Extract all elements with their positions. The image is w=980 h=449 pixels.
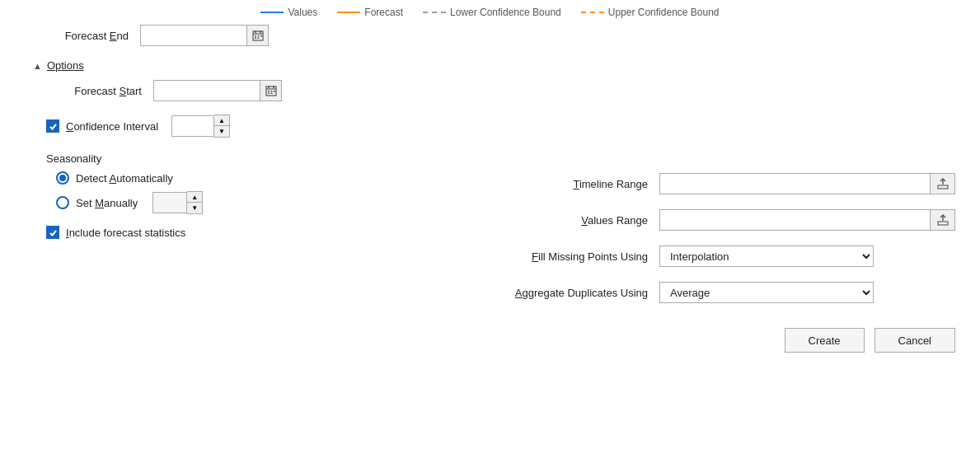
- legend-upper-cb: Upper Confidence Bound: [581, 7, 720, 18]
- values-range-input-wrapper: Sheet1!$B$2:$B$13: [659, 209, 955, 231]
- legend-values: Values: [260, 7, 317, 18]
- timeline-range-upload-button[interactable]: [931, 173, 955, 194]
- svg-rect-6: [260, 35, 262, 37]
- confidence-interval-checkbox[interactable]: [46, 119, 59, 133]
- detect-automatically-label: Detect Automatically: [76, 172, 173, 185]
- fill-missing-label: Fill Missing Points Using: [511, 250, 659, 263]
- timeline-range-input[interactable]: Sheet1!$A$2:$A$13: [659, 173, 931, 194]
- options-title: Options: [47, 59, 84, 72]
- set-manually-label: Set Manually: [76, 197, 138, 209]
- aggregate-duplicates-row: Aggregate Duplicates Using Average Sum C…: [511, 282, 955, 303]
- options-section: ▲ Options Forecast Start 12-01-2022: [33, 59, 445, 239]
- options-body: Forecast Start 12-01-2022: [33, 80, 445, 239]
- forecast-start-input-wrapper: 12-01-2022: [153, 80, 282, 101]
- legend-values-label: Values: [288, 7, 317, 18]
- svg-rect-7: [255, 38, 256, 40]
- confidence-interval-up-button[interactable]: ▲: [214, 115, 229, 126]
- confidence-interval-spinner: 95% ▲ ▼: [171, 115, 230, 138]
- forecast-end-row: Forecast End 15-01-2022: [33, 25, 445, 46]
- timeline-range-row: Timeline Range Sheet1!$A$2:$A$13: [511, 173, 955, 194]
- set-manually-value[interactable]: 0: [152, 192, 187, 213]
- upload-icon: [937, 178, 949, 189]
- seasonality-section: Seasonality Detect Automatically Set Man…: [46, 152, 445, 214]
- forecast-end-input[interactable]: 15-01-2022: [140, 25, 247, 46]
- forecast-start-label: Forecast Start: [46, 85, 153, 97]
- svg-rect-5: [257, 35, 259, 37]
- values-range-input[interactable]: Sheet1!$B$2:$B$13: [659, 209, 931, 231]
- buttons-row: Create Cancel: [511, 328, 955, 353]
- seasonality-label: Seasonality: [46, 152, 445, 165]
- legend-lower-cb: Lower Confidence Bound: [423, 7, 561, 18]
- values-range-label: Values Range: [511, 214, 659, 227]
- collapse-arrow: ▲: [33, 61, 42, 71]
- forecast-end-input-wrapper: 15-01-2022: [140, 25, 269, 46]
- forecast-end-label: Forecast End: [33, 30, 140, 42]
- svg-rect-8: [257, 38, 259, 40]
- confidence-interval-value[interactable]: 95%: [171, 115, 214, 137]
- set-manually-radio[interactable]: [56, 196, 69, 209]
- legend-upper-cb-line: [581, 12, 604, 13]
- svg-rect-13: [268, 91, 270, 92]
- options-header[interactable]: ▲ Options: [33, 59, 445, 72]
- set-manually-row: Set Manually 0 ▲ ▼: [56, 191, 445, 214]
- svg-rect-4: [255, 35, 256, 37]
- forecast-start-calendar-button[interactable]: [260, 80, 282, 101]
- detect-automatically-radio[interactable]: [56, 171, 69, 185]
- confidence-interval-row: Confidence Interval 95% ▲ ▼: [46, 115, 445, 138]
- forecast-start-row: Forecast Start 12-01-2022: [46, 80, 445, 101]
- forecast-end-calendar-button[interactable]: [247, 25, 269, 46]
- left-panel: Forecast End 15-01-2022: [0, 25, 462, 353]
- set-manually-spinner: 0 ▲ ▼: [152, 191, 203, 214]
- include-stats-checkbox[interactable]: [46, 226, 59, 239]
- calendar-icon: [252, 30, 264, 41]
- checkmark-icon: [49, 122, 58, 131]
- values-range-row: Values Range Sheet1!$B$2:$B$13: [511, 209, 955, 231]
- legend-bar: Values Forecast Lower Confidence Bound U…: [0, 0, 980, 21]
- legend-values-line: [260, 12, 284, 13]
- legend-forecast-line: [337, 12, 360, 13]
- detect-automatically-row: Detect Automatically: [56, 171, 445, 185]
- legend-forecast-label: Forecast: [364, 7, 403, 18]
- svg-rect-19: [938, 222, 948, 225]
- svg-rect-16: [268, 93, 270, 95]
- fill-missing-row: Fill Missing Points Using Interpolation …: [511, 246, 955, 267]
- aggregate-duplicates-select[interactable]: Average Sum Count Min Max Median: [659, 282, 874, 303]
- checkmark-icon-stats: [49, 228, 58, 237]
- main-content: Forecast End 15-01-2022: [0, 21, 980, 353]
- confidence-interval-spinner-btns: ▲ ▼: [214, 115, 230, 138]
- timeline-range-label: Timeline Range: [511, 178, 659, 190]
- timeline-range-input-wrapper: Sheet1!$A$2:$A$13: [659, 173, 955, 194]
- include-stats-label: Include forecast statistics: [66, 227, 185, 239]
- confidence-interval-down-button[interactable]: ▼: [214, 126, 229, 137]
- legend-lower-cb-line: [423, 12, 446, 13]
- set-manually-spinner-btns: ▲ ▼: [187, 191, 203, 214]
- legend-lower-cb-label: Lower Confidence Bound: [450, 7, 561, 18]
- aggregate-duplicates-label: Aggregate Duplicates Using: [511, 287, 659, 299]
- set-manually-down-button[interactable]: ▼: [187, 203, 202, 213]
- svg-rect-14: [270, 91, 272, 92]
- svg-rect-18: [938, 185, 948, 189]
- include-stats-row: Include forecast statistics: [46, 226, 445, 239]
- legend-forecast: Forecast: [337, 7, 403, 18]
- legend-upper-cb-label: Upper Confidence Bound: [608, 7, 720, 18]
- cancel-button[interactable]: Cancel: [874, 328, 955, 353]
- radio-inner-detect: [59, 175, 66, 181]
- svg-rect-17: [270, 93, 272, 95]
- create-button[interactable]: Create: [785, 328, 865, 353]
- values-range-upload-button[interactable]: [931, 209, 955, 231]
- upload-icon-2: [937, 214, 949, 226]
- svg-rect-15: [274, 91, 275, 92]
- right-panel: Timeline Range Sheet1!$A$2:$A$13 Values …: [462, 25, 980, 353]
- set-manually-up-button[interactable]: ▲: [187, 192, 202, 203]
- confidence-interval-label: Confidence Interval: [66, 120, 158, 133]
- fill-missing-select[interactable]: Interpolation Zeros: [659, 246, 874, 267]
- calendar-icon-start: [265, 85, 277, 96]
- forecast-start-input[interactable]: 12-01-2022: [153, 80, 260, 101]
